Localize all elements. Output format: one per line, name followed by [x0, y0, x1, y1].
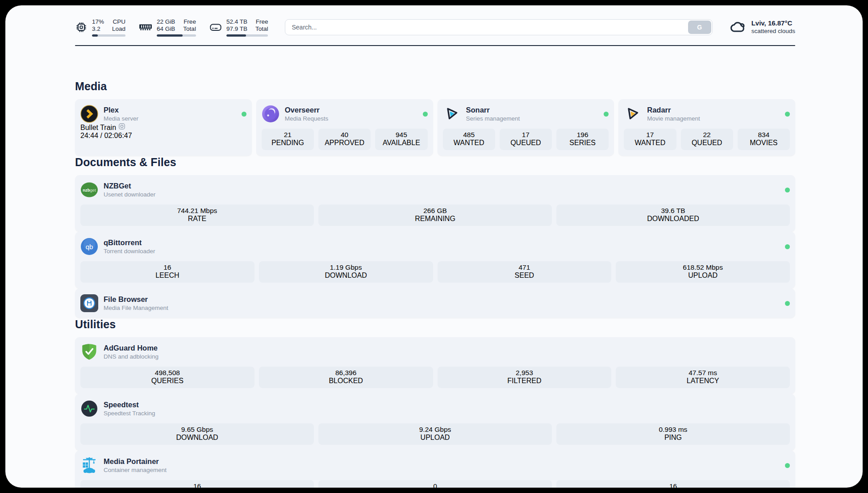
focus-icon[interactable]: [118, 124, 125, 131]
now-playing-row: Bullet Train: [80, 123, 246, 132]
section-title-documents: Documents & Files: [75, 156, 795, 169]
app-description: Movie management: [647, 115, 700, 122]
status-online-dot: [242, 112, 246, 117]
status-online-dot: [785, 244, 790, 249]
ram-icon: [139, 22, 152, 32]
stat-blocked: 86,396 BLOCKED: [259, 367, 433, 388]
cloud-icon: [730, 20, 747, 35]
stat-rate: 744.21 Mbps RATE: [80, 205, 314, 226]
stat-seed: 471 SEED: [438, 261, 612, 283]
status-online-dot: [785, 112, 790, 117]
search-input[interactable]: [285, 19, 712, 35]
cpu-label: CPU: [112, 18, 125, 25]
app-card-speedtest[interactable]: Speedtest Speedtest Tracking 9.65 Gbps D…: [75, 394, 795, 451]
disk-icon: [209, 22, 222, 32]
weather-location-temp: Lviv, 16.87°C: [751, 19, 795, 27]
ram-free-value: 22 GiB: [157, 18, 175, 25]
disk-total-label: Total: [255, 25, 268, 33]
status-online-dot: [423, 112, 428, 117]
playback-time: 24:44 / 02:06:47: [80, 132, 132, 139]
app-description: Container management: [104, 467, 167, 474]
ram-total-label: Total: [183, 25, 196, 33]
stat-upload: 618.52 Mbps UPLOAD: [616, 261, 790, 283]
weather-condition: scattered clouds: [751, 27, 795, 35]
weather-widget: Lviv, 16.87°C scattered clouds: [730, 19, 795, 35]
stat-leech: 16 LEECH: [80, 261, 255, 283]
status-online-dot: [604, 112, 609, 117]
disk-metric: 52.4 TB 97.9 TB Free Total: [209, 18, 268, 37]
sonarr-icon: [443, 105, 461, 123]
ram-progress-bar: [157, 34, 196, 37]
stat-latency: 47.57 ms LATENCY: [616, 367, 790, 388]
filebrowser-icon: [80, 294, 98, 312]
stat-upload: 9.24 Gbps UPLOAD: [318, 423, 552, 445]
app-name: qBittorrent: [104, 238, 155, 247]
stat-approved: 40 APPROVED: [318, 129, 371, 150]
cpu-percent: 17%: [92, 18, 104, 25]
app-card-overseerr[interactable]: Overseerr Media Requests 21 PENDING 40 A…: [256, 99, 433, 156]
app-description: Series management: [466, 115, 520, 122]
app-card-filebrowser[interactable]: File Browser Media File Management: [75, 288, 795, 318]
disk-free-value: 52.4 TB: [226, 18, 247, 25]
stat-series: 196 SERIES: [556, 129, 609, 150]
status-online-dot: [785, 188, 790, 192]
stat-remaining: 266 GB REMAINING: [318, 205, 552, 226]
app-card-nzbget[interactable]: nzbget NZBGet Usenet downloader 744.21 M…: [75, 175, 795, 232]
adguard-icon: [80, 343, 98, 361]
search-bar: G: [285, 19, 712, 35]
search-engine-button[interactable]: G: [688, 21, 711, 34]
svg-text:qb: qb: [86, 243, 93, 251]
stat-queued: 17 QUEUED: [500, 129, 552, 150]
app-description: Media server: [104, 115, 138, 122]
app-name: File Browser: [104, 295, 168, 304]
app-name: Sonarr: [466, 106, 520, 114]
stat-pending: 21 PENDING: [262, 129, 314, 150]
app-description: Speedtest Tracking: [104, 410, 155, 417]
system-metrics: 17% 3.2 CPU Load: [75, 18, 268, 37]
app-card-adguard[interactable]: AdGuard Home DNS and adblocking 498,508 …: [75, 337, 795, 394]
app-card-qbittorrent[interactable]: qb qBittorrent Torrent downloader 16 LEE…: [75, 232, 795, 288]
playback-progress-bar: 24:44 / 02:06:47: [80, 132, 246, 140]
stat-filtered: 2,953 FILTERED: [438, 367, 612, 388]
nzbget-icon: nzbget: [80, 181, 98, 199]
app-card-radarr[interactable]: Radarr Movie management 17 WANTED 22 QUE…: [618, 99, 795, 156]
overseerr-icon: [262, 105, 280, 123]
now-playing-title: Bullet Train: [80, 124, 116, 131]
status-online-dot: [785, 463, 790, 468]
stat-stopped: 0 STOPPED: [318, 480, 552, 488]
status-online-dot: [785, 301, 790, 306]
disk-total-value: 97.9 TB: [226, 25, 247, 33]
dashboard-page: 17% 3.2 CPU Load: [5, 5, 863, 488]
app-card-sonarr[interactable]: Sonarr Series management 485 WANTED 17 Q…: [438, 99, 614, 156]
cpu-progress-bar: [92, 34, 125, 37]
stat-wanted: 17 WANTED: [624, 129, 676, 150]
app-name: Plex: [104, 106, 138, 114]
section-title-media: Media: [75, 80, 795, 93]
app-description: Media Requests: [285, 115, 329, 122]
cpu-load-label: Load: [112, 25, 125, 33]
topbar-divider: [75, 45, 795, 46]
ram-total-value: 64 GiB: [157, 25, 175, 33]
top-bar: 17% 3.2 CPU Load: [75, 16, 795, 38]
disk-progress-bar: [226, 34, 268, 37]
stat-total: 16 TOTAL: [556, 480, 790, 488]
cpu-load-value: 3.2: [92, 25, 104, 33]
stat-downloaded: 39.6 TB DOWNLOADED: [556, 205, 790, 226]
stat-running: 16 RUNNING: [80, 480, 314, 488]
portainer-icon: [80, 456, 98, 474]
disk-free-label: Free: [255, 18, 268, 25]
app-card-plex[interactable]: Plex Media server Bullet Train: [75, 99, 252, 156]
ram-metric: 22 GiB 64 GiB Free Total: [139, 18, 196, 37]
stat-download: 1.19 Gbps DOWNLOAD: [259, 261, 433, 283]
section-title-utilities: Utilities: [75, 318, 795, 331]
app-description: Torrent downloader: [104, 248, 155, 255]
svg-text:nzbget: nzbget: [83, 188, 96, 192]
app-name: Media Portainer: [104, 457, 167, 466]
stat-queries: 498,508 QUERIES: [80, 367, 255, 388]
stat-download: 9.65 Gbps DOWNLOAD: [80, 423, 314, 445]
app-description: Usenet downloader: [104, 191, 155, 198]
ram-free-label: Free: [183, 18, 196, 25]
app-name: Speedtest: [104, 401, 155, 409]
app-card-portainer[interactable]: Media Portainer Container management 16 …: [75, 451, 795, 488]
app-description: Media File Management: [104, 305, 168, 312]
